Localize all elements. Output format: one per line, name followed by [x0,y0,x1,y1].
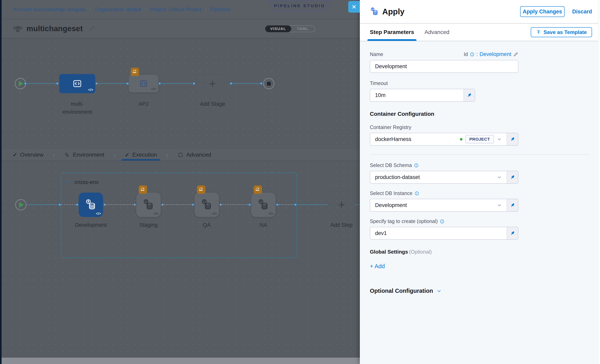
stage-node-apj[interactable]: </> [129,75,158,92]
db-schema-select[interactable]: production-dataset [370,171,518,184]
edit-pipeline-icon[interactable] [88,25,95,32]
step-node-na[interactable]: </> [251,193,276,217]
db-instance-pin-button[interactable] [507,199,518,211]
step-node-staging[interactable]: </> [136,193,161,217]
visual-toggle-option[interactable]: VISUAL [265,25,291,32]
db-schema-value: production-dataset [375,174,420,180]
rollback-badge-icon [131,68,139,76]
db-schema-label: Select DB Schema [370,162,591,168]
tab-separator-icon: › [113,149,116,161]
chevron-down-icon[interactable] [497,203,502,208]
stop-icon [267,82,271,86]
rollback-badge-icon [253,185,262,194]
apply-changes-button[interactable]: Apply Changes [520,6,565,17]
left-nav-edge [0,0,2,364]
tab-environment[interactable]: Environment [64,149,104,161]
pipeline-start-node[interactable] [15,78,26,89]
container-registry-select[interactable]: dockerHarness PROJECT [370,133,518,146]
execution-start-node[interactable] [15,199,26,210]
tab-execution[interactable]: ✓ Execution [125,149,157,161]
tab-overview[interactable]: ✓ Overview [13,149,43,161]
timeout-input-value: 10m [375,92,386,98]
add-stage-button[interactable]: + [196,75,229,92]
db-schema-pin-button[interactable] [507,171,518,183]
info-icon[interactable] [414,191,419,196]
check-icon: ✓ [125,152,130,158]
rollback-badge-icon [197,185,205,194]
collapse-group-icon[interactable]: − [66,178,70,185]
custom-stage-icon [139,79,148,88]
chevron-down-icon[interactable] [497,175,502,180]
breadcrumb-account[interactable]: Account: kurosakiichigo.songoku [13,7,86,12]
step-label: Staging [129,221,169,229]
custom-stage-icon [72,78,83,89]
add-step-button[interactable]: + [328,191,355,218]
optional-configuration-toggle[interactable]: Optional Configuration [370,288,591,294]
tab-step-parameters[interactable]: Step Parameters [370,24,414,41]
yaml-toggle-option[interactable]: YAML [291,26,315,32]
upload-icon [536,30,541,35]
play-icon [19,81,23,86]
registry-pin-button[interactable] [507,133,518,145]
tab-advanced-drawer-label: Advanced [424,29,450,35]
info-icon[interactable] [470,52,475,57]
db-instance-value: Development [375,202,407,209]
breadcrumb-separator-icon: › [145,6,147,13]
tag-pin-button[interactable] [507,227,518,239]
close-drawer-button[interactable]: ✕ [348,1,360,13]
db-apply-icon [201,199,213,211]
apply-changes-label: Apply Changes [523,9,562,15]
stage-node-multi-environment[interactable]: </> [59,74,95,93]
save-as-template-label: Save as Template [544,29,587,35]
connector-status-dot [460,138,462,141]
step-node-qa[interactable]: </> [195,193,219,217]
breadcrumb-pipelines[interactable]: Pipelines [210,7,231,12]
step-group-label: cross-env [75,179,99,185]
db-instance-label: Select DB Instance [370,191,591,196]
pipeline-studio-badge-label: PIPELINE STUDIO [274,3,325,8]
drawer-scrollbar[interactable] [598,0,600,364]
step-node-development[interactable]: </> [79,193,103,217]
name-input[interactable]: Development [370,60,518,73]
id-colon: : [476,51,478,57]
breadcrumb-separator-icon: › [205,6,207,13]
save-as-template-button[interactable]: Save as Template [531,27,592,37]
pin-icon [467,92,472,98]
pipeline-icon [13,24,22,33]
edit-id-icon[interactable] [513,52,518,57]
pin-icon [510,136,515,142]
step-label: QA [187,221,227,229]
drawer-header: Apply Apply Changes Discard [360,0,600,24]
breadcrumb-separator-icon: › [90,6,92,13]
timeout-input[interactable]: 10m [370,89,475,102]
add-global-setting-link[interactable]: + Add [370,263,591,270]
chevron-down-icon[interactable] [497,136,502,142]
discard-button[interactable]: Discard [572,9,592,15]
db-apply-icon [85,199,97,211]
play-icon [19,202,24,207]
info-icon[interactable] [440,219,444,224]
section-divider [370,155,590,155]
stage-detail-tabs: ✓ Overview › Environment › ✓ Execution ›… [2,149,360,161]
plus-icon: + [338,199,345,210]
db-instance-select[interactable]: Development [370,199,518,212]
advanced-icon [178,152,184,158]
db-apply-icon [257,199,270,211]
close-icon: ✕ [351,3,356,10]
tab-advanced[interactable]: Advanced [178,149,211,161]
canvas-scrollbar-track[interactable] [2,358,360,364]
breadcrumb-project[interactable]: Project: Default Project [150,7,201,12]
global-settings-heading: Global Settings [370,249,408,255]
visual-yaml-toggle[interactable]: VISUAL YAML [265,25,315,32]
pin-icon [510,230,515,236]
tab-overview-label: Overview [20,152,43,158]
tab-step-parameters-label: Step Parameters [370,29,414,35]
tab-advanced-drawer[interactable]: Advanced [424,24,450,41]
breadcrumb-organization[interactable]: Organization: default [95,7,141,12]
info-icon[interactable] [414,163,419,168]
db-schema-label-text: Select DB Schema [370,162,412,168]
pin-icon [510,202,515,208]
tag-input[interactable]: dev1 [370,227,518,240]
db-instance-label-text: Select DB Instance [370,191,412,196]
timeout-pin-button[interactable] [463,89,475,101]
